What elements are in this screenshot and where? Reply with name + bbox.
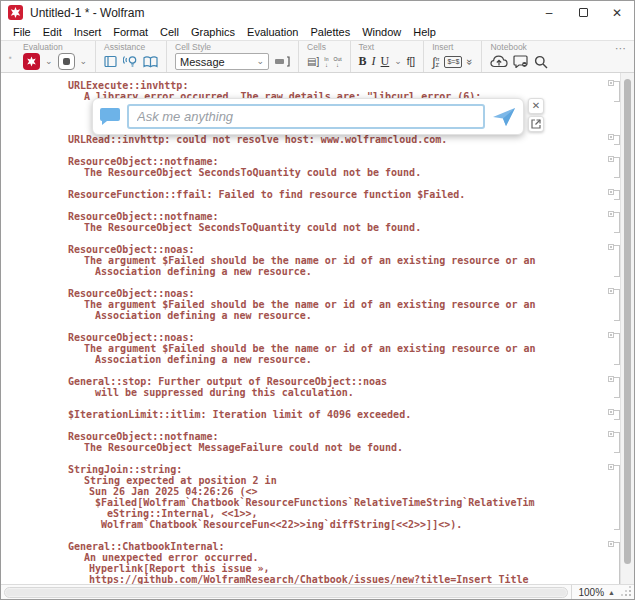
output-placeholder-icon[interactable]: Out ↓ <box>334 56 342 68</box>
horizontal-scrollbar-thumb[interactable] <box>6 589 566 596</box>
message-cell: ResourceObject::notfname:The ResourceObj… <box>68 211 606 233</box>
resize-grip[interactable] <box>621 586 633 598</box>
menu-insert[interactable]: Insert <box>68 26 108 38</box>
message-line: General::ChatbookInternal: <box>68 541 606 552</box>
popout-ask-button[interactable] <box>528 116 544 132</box>
ask-input[interactable] <box>127 104 485 129</box>
section-label: Cells <box>307 42 341 53</box>
format-function-button[interactable]: f[] <box>407 56 415 67</box>
message-line: URLRead::invhttp: could not resolve host… <box>68 134 606 145</box>
search-icon[interactable] <box>534 55 548 69</box>
message-cell-icon <box>608 156 614 162</box>
vertical-scrollbar[interactable] <box>620 73 634 586</box>
message-cell-icon <box>608 332 614 338</box>
message-line: Sun 26 Jan 2025 04:26:26 (<> <box>68 486 606 497</box>
toolbar-section-notebook: Notebook <box>482 41 556 72</box>
zoom-level: 100% <box>578 587 604 598</box>
message-cell: ResourceObject::noas:The argument $Faile… <box>68 332 606 365</box>
message-cell: ResourceObject::notfname:The ResourceObj… <box>68 156 606 178</box>
message-cell: StringJoin::string:String expected at po… <box>68 464 606 530</box>
cell-group-icon[interactable]: ▤] <box>307 56 319 67</box>
evaluate-options-chevron-icon[interactable]: ⌄ <box>45 57 53 66</box>
title-bar: Untitled-1 * - Wolfram – ✕ <box>1 1 634 24</box>
vertical-scrollbar-thumb[interactable] <box>624 79 631 564</box>
ask-me-anything-overlay: ✕ <box>92 98 544 135</box>
menu-cell[interactable]: Cell <box>154 26 185 38</box>
message-line: URLExecute::invhttp: <box>68 80 606 91</box>
toolbar-section-text: Text B I U ⌄ f[] <box>351 41 425 72</box>
message-line: $Failed[Wolfram`Chatbook`ResourceFunctio… <box>68 497 606 508</box>
message-line: eString::Internal, <<1>>, <box>68 508 606 519</box>
message-cell: $IterationLimit::itlim: Iteration limit … <box>68 409 606 420</box>
cell-style-value: Message <box>180 56 225 68</box>
maximize-button[interactable] <box>566 1 600 24</box>
section-label: Assistance <box>104 42 158 53</box>
message-cell: URLRead::invhttp: could not resolve host… <box>68 134 606 145</box>
close-ask-button[interactable]: ✕ <box>528 98 544 114</box>
italic-button[interactable]: I <box>372 54 376 69</box>
window-controls: – ✕ <box>532 1 634 24</box>
toolbar-section-assistance: Assistance <box>96 41 167 72</box>
inline-cell-icon[interactable]: $=$ <box>444 56 462 68</box>
text-options-chevron-icon[interactable]: ⌄ <box>394 57 402 66</box>
menu-palettes[interactable]: Palettes <box>304 26 356 38</box>
horizontal-scrollbar[interactable] <box>4 587 568 598</box>
dropdown-chevron-icon: ⌄ <box>257 57 265 66</box>
menu-edit[interactable]: Edit <box>37 26 68 38</box>
abort-options-chevron-icon[interactable]: ⌄ <box>80 57 88 66</box>
close-button[interactable]: ✕ <box>600 1 634 24</box>
toolbar-section-cell-style: Cell Style Message ⌄ <box>167 41 299 72</box>
message-line: ResourceObject::notfname: <box>68 431 606 442</box>
cloud-publish-icon[interactable] <box>490 55 508 68</box>
toolbar-section-cells: Cells ▤] In ↓ Out ↓ <box>299 41 350 72</box>
menu-format[interactable]: Format <box>107 26 154 38</box>
more-insert-chevron-icon[interactable]: » <box>464 58 476 64</box>
message-line: StringJoin::string: <box>68 464 606 475</box>
section-label: Notebook <box>490 42 548 53</box>
message-cell-icon <box>608 376 614 382</box>
math-typesetting-icon[interactable]: ∫ π Σ <box>432 55 439 69</box>
message-line: Wolfram`Chatbook`ResourceFun<<22>>ing`di… <box>68 519 606 530</box>
lower-limit-glyph: Σ <box>435 62 439 68</box>
arrow-down-icon: ↓ <box>336 62 339 68</box>
cell-style-dropdown[interactable]: Message ⌄ <box>175 53 269 70</box>
section-label: Text <box>359 42 416 53</box>
chat-bubble-icon <box>99 107 121 126</box>
menu-help[interactable]: Help <box>407 26 442 38</box>
underline-button[interactable]: U <box>381 54 390 69</box>
menu-evaluation[interactable]: Evaluation <box>241 26 304 38</box>
bold-button[interactable]: B <box>359 54 367 69</box>
chat-notebook-icon[interactable] <box>513 55 529 68</box>
arrow-down-icon: ↓ <box>325 62 328 68</box>
message-cell-icon <box>608 189 614 195</box>
ask-side-buttons: ✕ <box>528 98 544 132</box>
message-cell-icon <box>608 464 614 470</box>
minimize-button[interactable]: – <box>532 1 566 24</box>
message-line: The ResourceObject MessageFailure could … <box>68 442 606 453</box>
message-line: ResourceObject::notfname: <box>68 156 606 167</box>
menu-file[interactable]: File <box>7 26 37 38</box>
message-line: Association defining a new resource. <box>68 354 606 365</box>
message-line: $IterationLimit::itlim: Iteration limit … <box>68 409 606 420</box>
message-line: The ResourceObject SecondsToQuantity cou… <box>68 167 606 178</box>
input-placeholder-icon[interactable]: In ↓ <box>324 56 328 68</box>
menu-graphics[interactable]: Graphics <box>185 26 241 38</box>
message-cell: ResourceObject::noas:The argument $Faile… <box>68 288 606 321</box>
message-line: String expected at position 2 in <box>68 475 606 486</box>
evaluate-button[interactable] <box>23 53 40 70</box>
send-button[interactable] <box>491 106 517 128</box>
section-label: Cell Style <box>175 42 290 53</box>
abort-button[interactable] <box>58 53 75 70</box>
message-cell: ResourceFunction::ffail: Failed to find … <box>68 189 606 200</box>
wolfram-notebook-window: Untitled-1 * - Wolfram – ✕ File Edit Ins… <box>0 0 635 600</box>
message-cell: ResourceObject::noas:The argument $Faile… <box>68 244 606 277</box>
suggestions-lightbulb-icon[interactable] <box>123 55 138 68</box>
message-line: Association defining a new resource. <box>68 266 606 277</box>
documentation-book-icon[interactable] <box>143 56 158 68</box>
message-cell: General::ChatbookInternal:An unexpected … <box>68 541 606 585</box>
menu-window[interactable]: Window <box>356 26 407 38</box>
input-assistant-icon[interactable] <box>104 55 118 68</box>
magnification-control[interactable]: 100% ▲ <box>571 585 621 599</box>
toolbar-overflow-icon[interactable]: ⋯ <box>615 42 627 55</box>
show-style-environment-icon[interactable] <box>274 56 290 67</box>
